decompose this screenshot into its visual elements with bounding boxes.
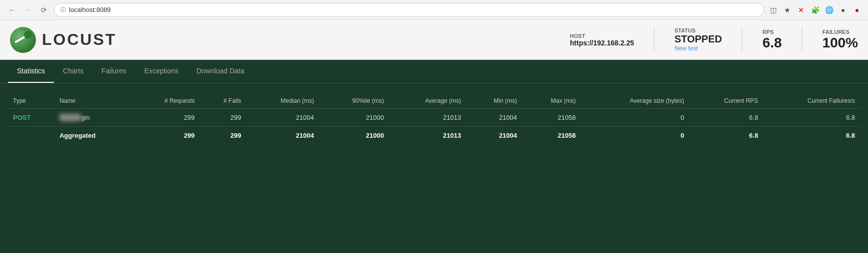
agg-average: 21013 [389,127,466,145]
col-median: Median (ms) [246,93,319,109]
table-row: POST gin 299 299 21004 21000 21013 21004… [8,109,860,127]
agg-rps: 6.8 [689,127,763,145]
address-bar[interactable]: ⓘ localhost:8089 [54,3,764,17]
row-min: 21004 [466,109,522,127]
table-header-row: Type Name # Requests # Fails Median (ms)… [8,93,860,109]
row-rps: 6.8 [689,109,763,127]
tab-failures[interactable]: Failures [92,60,135,83]
tab-exceptions[interactable]: Exceptions [135,60,187,83]
row-average: 21013 [389,109,466,127]
logo-area: LOCUST [10,27,570,53]
agg-avg-size: 0 [581,127,689,145]
rps-value: 6.8 [762,35,782,51]
host-value: https://192.168.2.25 [570,39,634,47]
col-failures-s: Current Failures/s [763,93,860,109]
forward-button[interactable]: → [22,4,34,16]
col-average: Average (ms) [389,93,466,109]
row-max: 21058 [522,109,581,127]
tab-download-data[interactable]: Download Data [188,60,254,83]
host-stat: HOST https://192.168.2.25 [570,33,634,47]
profile-icon[interactable]: ● [838,5,848,15]
agg-fails: 299 [200,127,246,145]
row-requests: 299 [132,109,200,127]
row-p90: 21000 [319,109,389,127]
col-max: Max (ms) [522,93,581,109]
agg-requests: 299 [132,127,200,145]
status-stat: STATUS STOPPED New test [674,27,722,52]
rps-label: RPS [762,29,782,35]
browser-chrome: ← → ⟳ ⓘ localhost:8089 ◫ ★ ✕ 🧩 🌐 ● ● [0,0,868,20]
agg-type [8,127,54,145]
col-rps: Current RPS [689,93,763,109]
agg-min: 21004 [466,127,522,145]
rps-stat: RPS 6.8 [762,29,782,51]
row-failures-s: 6.8 [763,109,860,127]
agg-label: Aggregated [54,127,132,145]
security-icon: ⓘ [60,6,66,13]
main-content: Type Name # Requests # Fails Median (ms)… [0,83,868,154]
url-text: localhost:8089 [69,6,111,13]
tab-nav: Statistics Charts Failures Exceptions Do… [0,60,868,83]
failures-stat: FAILURES 100% [822,29,858,51]
agg-median: 21004 [246,127,319,145]
browser-actions: ◫ ★ ✕ 🧩 🌐 ● ● [768,5,862,15]
col-fails: # Fails [200,93,246,109]
puzzle-icon[interactable]: 🧩 [810,5,820,15]
close-tab-icon[interactable]: ✕ [796,5,806,15]
bookmark-icon[interactable]: ★ [782,5,792,15]
failures-label: FAILURES [822,29,858,35]
host-label: HOST [570,33,634,39]
menu-icon[interactable]: ● [852,5,862,15]
status-value: STOPPED [674,33,722,45]
row-avg-size: 0 [581,109,689,127]
agg-max: 21058 [522,127,581,145]
col-requests: # Requests [132,93,200,109]
col-avg-size: Average size (bytes) [581,93,689,109]
back-button[interactable]: ← [6,4,18,16]
col-name: Name [54,93,132,109]
tab-statistics[interactable]: Statistics [8,60,54,83]
row-fails: 299 [200,109,246,127]
stat-separator-3 [802,27,802,52]
extensions-icon[interactable]: ◫ [768,5,778,15]
row-name: gin [54,109,132,127]
app-title: LOCUST [42,30,117,49]
col-type: Type [8,93,54,109]
globe-icon[interactable]: 🌐 [824,5,834,15]
row-type: POST [8,109,54,127]
col-p90: 90%ile (ms) [319,93,389,109]
reload-button[interactable]: ⟳ [38,4,50,16]
statistics-table: Type Name # Requests # Fails Median (ms)… [8,93,860,144]
blurred-name [59,114,81,121]
status-label: STATUS [674,27,722,33]
row-median: 21004 [246,109,319,127]
stat-separator-1 [654,27,654,52]
tab-charts[interactable]: Charts [54,60,92,83]
col-min: Min (ms) [466,93,522,109]
failures-value: 100% [822,35,858,51]
stat-separator-2 [742,27,742,52]
logo-icon [10,27,36,53]
agg-p90: 21000 [319,127,389,145]
aggregated-row: Aggregated 299 299 21004 21000 21013 210… [8,127,860,145]
new-test-link[interactable]: New test [674,45,722,52]
app-header: LOCUST HOST https://192.168.2.25 STATUS … [0,20,868,60]
agg-failures-s: 6.8 [763,127,860,145]
header-stats: HOST https://192.168.2.25 STATUS STOPPED… [570,27,858,52]
